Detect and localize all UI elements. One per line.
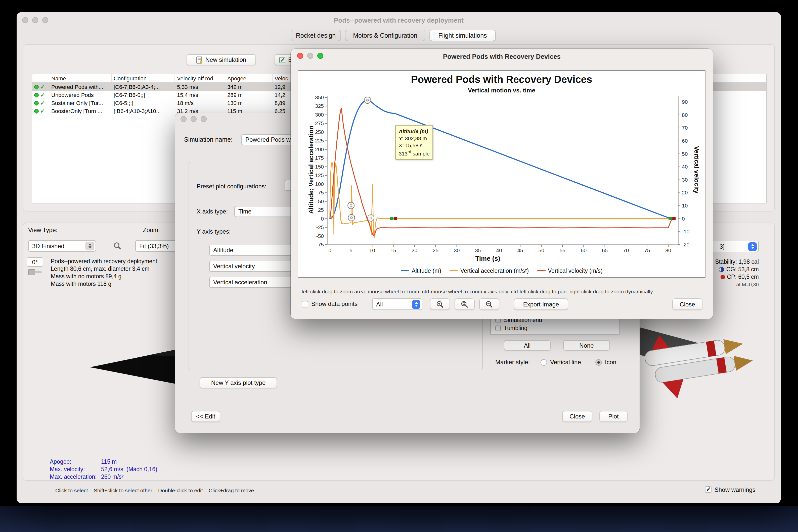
zoom-in-button[interactable] [430,299,450,310]
marker-icon-radio[interactable] [595,359,602,366]
svg-text:35: 35 [475,247,481,253]
chart-panel: Powered Pods with Recovery Devices Verti… [298,70,706,278]
svg-text:25: 25 [433,247,438,253]
edit-back-label: << Edit [196,413,215,420]
tab-label: Rocket design [296,32,335,39]
svg-text:20: 20 [412,247,417,253]
plot-dialog: Powered Pods with Recovery Devices Power… [291,49,713,319]
svg-text:50: 50 [682,151,688,157]
edit-back-button[interactable]: << Edit [191,411,220,422]
y-axis-type-dropdown-vertical-velocity[interactable]: Vertical velocity [209,261,295,272]
y-axis-type-value: Vertical acceleration [213,279,267,286]
svg-text:250: 250 [315,129,324,135]
events-all-button[interactable]: All [504,340,550,350]
zoom-value: Fit (33,3%) [139,242,169,249]
max-acceleration-label: Max. acceleration: [50,474,97,480]
tab-flight-simulations[interactable]: Flight simulations [430,30,496,41]
minimize-icon[interactable] [191,116,197,122]
column-header-apogee[interactable]: Apogee [225,74,273,82]
stability-mach: at M=0,30 [736,282,759,287]
uptodate-check-icon [40,84,45,90]
chevron-up-down-icon [412,300,420,308]
svg-text:60: 60 [581,247,586,253]
column-header-configuration[interactable]: Configuration [112,74,175,82]
rocket-side-render[interactable] [89,346,179,388]
events-none-button[interactable]: None [563,340,610,350]
chevron-up-down-icon [86,242,94,250]
cg-row: CG: 53,8 cm [719,266,759,272]
svg-text:300: 300 [315,112,324,117]
zoom-reset-button[interactable] [455,299,475,310]
apogee-value: 115 m [101,459,117,465]
y-axis-type-dropdown-altitude[interactable]: Altitude [209,245,295,256]
svg-text:40: 40 [682,164,688,170]
zoom-out-icon [485,300,493,308]
svg-text:90: 90 [682,99,688,105]
plot-titlebar[interactable]: Powered Pods with Recovery Devices [291,49,713,63]
show-warnings-checkbox[interactable] [705,486,711,493]
tab-rocket-design[interactable]: Rocket design [291,30,341,41]
svg-text:-50: -50 [316,233,324,239]
uptodate-check-icon [40,100,45,106]
svg-text:55: 55 [560,247,565,253]
dialog-plot-button[interactable]: Plot [599,411,628,422]
rocket-pods-render[interactable] [633,311,759,411]
svg-text:125: 125 [315,172,324,178]
tooltip-y: Y: 302,88 m [399,135,430,142]
rocket-name: Pods--powered with recovery deployment [51,258,157,264]
dialog-close-button[interactable]: Close [562,411,592,422]
plot-close-button[interactable]: Close [672,299,703,310]
rocket-mass-no-motors: Mass with no motors 89,4 g [51,273,122,279]
column-header-name[interactable]: Name [49,74,112,82]
export-image-button[interactable]: Export Image [514,299,568,310]
show-data-points-checkbox[interactable] [302,301,308,307]
flight-config-value: 3] [720,243,725,250]
y-axis-type-dropdown-vertical-acceleration[interactable]: Vertical acceleration [209,277,295,288]
column-header-velocity-off-rod[interactable]: Velocity off rod [175,74,225,82]
uptodate-check-icon [40,92,45,98]
svg-text:25: 25 [318,207,324,213]
chevron-up-down-icon [748,242,757,251]
event-tumbling-checkbox[interactable] [495,325,501,331]
show-data-points-label: Show data points [311,300,358,307]
main-titlebar[interactable]: Pods--powered with recovery deployment [17,12,781,28]
svg-text:0: 0 [682,216,685,222]
new-y-axis-plot-type-button[interactable]: New Y axis plot type [200,377,277,388]
svg-text:0: 0 [328,247,331,253]
plot-label: Plot [608,413,618,420]
tab-motors-configuration[interactable]: Motors & Configuration [345,30,425,41]
cg-icon [719,266,724,272]
svg-text:30: 30 [454,247,459,253]
zoom-magnifier-icon[interactable] [113,242,122,253]
view-type-dropdown[interactable]: 3D Finished [28,240,96,252]
svg-text:-20: -20 [682,242,689,247]
svg-text:50: 50 [318,198,324,204]
svg-text:275: 275 [315,120,324,126]
all-label: All [524,342,531,349]
rotation-slider[interactable] [28,271,42,273]
simulation-name-label: Simulation name: [184,136,233,143]
svg-text:80: 80 [682,112,688,118]
desktop: Pods--powered with recovery deployment R… [0,0,798,532]
zoom-window-icon[interactable] [201,116,207,122]
plot-close-label: Close [679,301,695,308]
zoom-dropdown[interactable]: Fit (33,3%) [135,240,178,252]
data-point-tooltip: Altitude (m) Y: 302,88 m X: 15,58 s 313r… [395,125,433,159]
close-icon[interactable] [181,116,186,122]
branch-dropdown[interactable]: All [372,299,422,310]
cp-icon [720,274,725,279]
zoom-out-button[interactable] [479,299,499,310]
max-velocity-value: 52,6 m/s (Mach 0,16) [101,466,157,472]
cp-value: CP: 60,5 cm [727,274,759,280]
preset-config-label: Preset plot configurations: [197,183,267,190]
new-simulation-button[interactable]: New simulation [186,54,256,65]
svg-text:30: 30 [682,177,688,183]
edit-simulation-icon [279,57,286,63]
rotation-spinner[interactable]: 0° [26,257,43,267]
marker-vertical-line-radio[interactable] [541,359,547,366]
marker-style-label: Marker style: [495,359,530,366]
y-axis-type-value: Vertical velocity [213,263,255,270]
chart-plot-area[interactable]: -75-50-250255075100125150175200225250275… [298,71,706,278]
slider-handle[interactable] [28,269,35,275]
new-simulation-icon [196,56,203,63]
